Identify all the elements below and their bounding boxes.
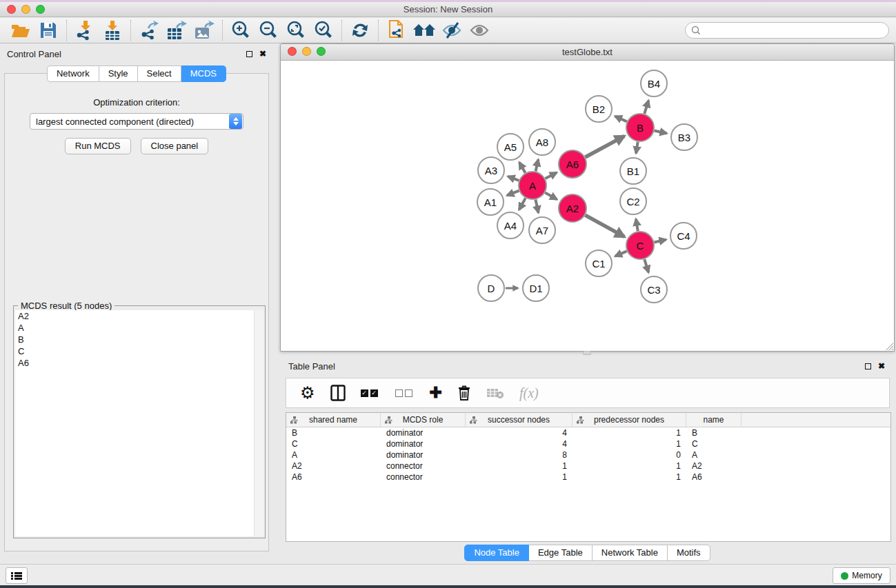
graph-node-A3[interactable]: A3 bbox=[477, 156, 505, 184]
graph-edge[interactable] bbox=[536, 159, 539, 171]
table-cell[interactable]: A6 bbox=[686, 472, 741, 482]
run-mcds-button[interactable]: Run MCDS bbox=[65, 138, 131, 154]
column-header[interactable]: shared name bbox=[286, 413, 381, 427]
window-resize-grip[interactable] bbox=[884, 341, 893, 350]
table-cell[interactable]: dominator bbox=[381, 450, 466, 460]
graph-node-C4[interactable]: C4 bbox=[670, 222, 697, 250]
table-cell[interactable]: B bbox=[286, 428, 381, 438]
graph-node-D[interactable]: D bbox=[477, 274, 505, 302]
graph-node-A7[interactable]: A7 bbox=[528, 216, 556, 244]
graph-edge[interactable] bbox=[636, 219, 638, 232]
network-minimize-button[interactable] bbox=[302, 47, 311, 56]
import-table-icon[interactable] bbox=[99, 19, 126, 42]
show-column-icon[interactable] bbox=[330, 385, 346, 401]
unselect-all-icon[interactable] bbox=[395, 389, 415, 397]
table-row[interactable]: Adominator80A bbox=[286, 449, 890, 460]
float-panel-icon[interactable] bbox=[246, 51, 252, 57]
table-cell[interactable]: C bbox=[286, 439, 381, 449]
graph-node-A4[interactable]: A4 bbox=[497, 212, 524, 239]
graph-edge[interactable] bbox=[519, 163, 526, 173]
table-cell[interactable]: 0 bbox=[573, 450, 686, 460]
graph-edge[interactable] bbox=[644, 101, 648, 114]
tab-mcds[interactable]: MCDS bbox=[181, 65, 226, 82]
table-cell[interactable]: A6 bbox=[286, 472, 381, 482]
tab-style[interactable]: Style bbox=[99, 65, 138, 82]
network-maximize-button[interactable] bbox=[317, 47, 326, 56]
graph-edge[interactable] bbox=[545, 192, 557, 199]
export-image-icon[interactable] bbox=[190, 19, 218, 42]
result-list-scrollbar[interactable] bbox=[254, 310, 263, 536]
table-cell[interactable]: A bbox=[286, 450, 381, 460]
tab-network-table[interactable]: Network Table bbox=[593, 545, 668, 561]
graph-edge[interactable] bbox=[507, 191, 519, 196]
graph-node-A2[interactable]: A2 bbox=[558, 194, 587, 223]
mcds-result-item[interactable]: B bbox=[15, 334, 263, 345]
table-settings-icon[interactable]: ⚙ bbox=[300, 385, 315, 401]
table-cell[interactable]: 1 bbox=[573, 461, 686, 471]
home-layout-icon[interactable] bbox=[410, 19, 438, 42]
graph-edge[interactable] bbox=[654, 240, 666, 243]
graph-node-A1[interactable]: A1 bbox=[477, 188, 504, 216]
show-details-icon[interactable] bbox=[466, 19, 493, 42]
maximize-window-button[interactable] bbox=[36, 5, 45, 14]
table-cell[interactable]: A2 bbox=[286, 461, 381, 471]
graph-edge[interactable] bbox=[644, 259, 648, 272]
graph-node-C2[interactable]: C2 bbox=[619, 187, 647, 215]
zoom-in-icon[interactable] bbox=[227, 19, 255, 42]
add-row-icon[interactable]: ✚ bbox=[430, 385, 442, 401]
table-row[interactable]: A6connector11A6 bbox=[286, 472, 890, 483]
table-cell[interactable]: dominator bbox=[381, 439, 466, 449]
graph-node-C[interactable]: C bbox=[626, 231, 655, 260]
column-header[interactable]: MCDS role bbox=[381, 413, 466, 427]
graph-node-C1[interactable]: C1 bbox=[585, 250, 613, 277]
graph-edge[interactable] bbox=[535, 200, 538, 213]
graph-edge[interactable] bbox=[585, 136, 624, 157]
graph-edge[interactable] bbox=[615, 116, 627, 122]
graph-node-A[interactable]: A bbox=[518, 171, 547, 200]
table-cell[interactable]: 1 bbox=[573, 439, 686, 449]
graph-node-B3[interactable]: B3 bbox=[670, 123, 698, 151]
table-cell[interactable]: 4 bbox=[466, 439, 573, 449]
graph-edge[interactable] bbox=[508, 176, 519, 181]
table-cell[interactable]: 1 bbox=[573, 428, 686, 438]
zoom-out-icon[interactable] bbox=[255, 19, 282, 42]
graph-edge[interactable] bbox=[655, 130, 667, 133]
table-cell[interactable]: connector bbox=[381, 461, 466, 471]
refresh-view-icon[interactable] bbox=[346, 19, 374, 42]
graph-edge[interactable] bbox=[636, 142, 638, 154]
graph-node-B[interactable]: B bbox=[626, 113, 655, 142]
tab-select[interactable]: Select bbox=[138, 65, 181, 82]
close-panel-button[interactable]: Close panel bbox=[141, 138, 209, 154]
graph-edge[interactable] bbox=[546, 172, 557, 179]
graph-node-B4[interactable]: B4 bbox=[640, 70, 668, 97]
table-cell[interactable]: 1 bbox=[466, 461, 573, 471]
export-table-icon[interactable] bbox=[163, 19, 190, 42]
tab-node-table[interactable]: Node Table bbox=[464, 545, 529, 561]
zoom-selected-icon[interactable] bbox=[310, 19, 337, 42]
table-row[interactable]: Cdominator41C bbox=[286, 438, 890, 449]
save-session-icon[interactable] bbox=[34, 19, 62, 42]
graph-node-A5[interactable]: A5 bbox=[497, 133, 524, 161]
table-row[interactable]: A2connector11A2 bbox=[286, 460, 890, 472]
network-window-titlebar[interactable]: testGlobe.txt bbox=[281, 44, 894, 61]
mcds-result-item[interactable]: A2 bbox=[15, 310, 263, 322]
table-cell[interactable]: 1 bbox=[466, 472, 573, 482]
graph-edge[interactable] bbox=[615, 251, 627, 256]
search-box[interactable] bbox=[685, 22, 889, 39]
graph-edge[interactable] bbox=[519, 198, 526, 210]
mcds-result-item[interactable]: A6 bbox=[15, 357, 263, 369]
table-row[interactable]: Bdominator41B bbox=[286, 427, 890, 438]
table-cell[interactable]: dominator bbox=[381, 428, 466, 438]
network-close-button[interactable] bbox=[288, 47, 297, 56]
import-network-icon[interactable] bbox=[71, 19, 99, 42]
table-cell[interactable]: connector bbox=[381, 472, 466, 482]
task-history-button[interactable] bbox=[6, 567, 28, 584]
zoom-fit-icon[interactable] bbox=[282, 19, 310, 42]
search-input[interactable] bbox=[701, 23, 888, 37]
network-canvas[interactable]: B4B2BB3A8A5A6A3B1AA1C2A2A4A7C4CC1DC3D1 bbox=[281, 61, 894, 351]
memory-button[interactable]: Memory bbox=[833, 567, 890, 584]
table-cell[interactable]: 8 bbox=[466, 450, 573, 460]
mcds-result-list[interactable]: A2ABCA6 bbox=[15, 310, 263, 536]
new-network-icon[interactable] bbox=[383, 19, 410, 42]
table-cell[interactable]: 1 bbox=[573, 472, 686, 482]
